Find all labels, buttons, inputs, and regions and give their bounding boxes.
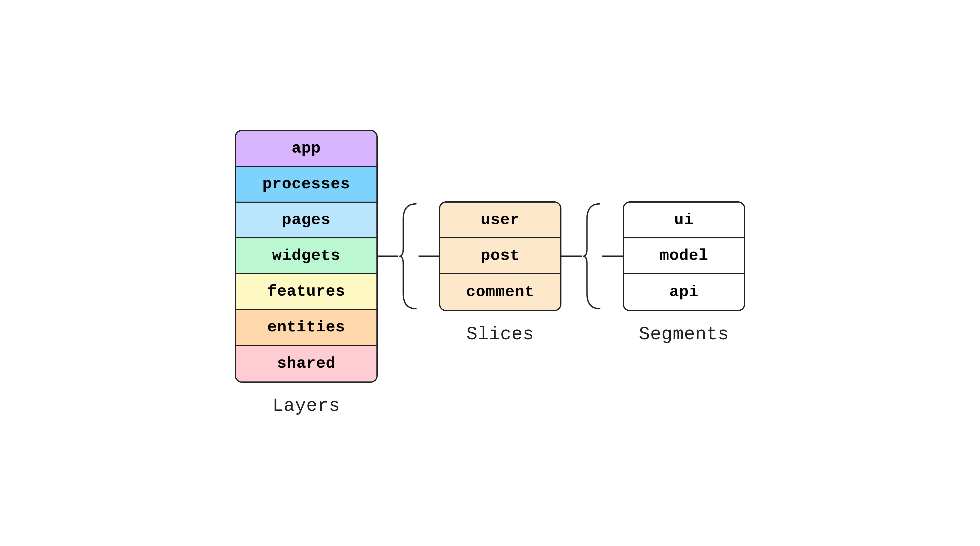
- segment-api: api: [624, 274, 744, 310]
- layer-entities: entities: [236, 310, 376, 346]
- segment-model: model: [624, 238, 744, 274]
- line-right: [418, 255, 439, 257]
- diagram: app processes pages widgets features ent…: [235, 130, 745, 417]
- line-right2: [602, 255, 623, 257]
- slices-column: user post comment Slices: [439, 201, 562, 345]
- layer-widgets: widgets: [236, 238, 376, 274]
- slice-post: post: [440, 238, 560, 274]
- segments-stack: ui model api: [623, 201, 745, 311]
- segments-column: ui model api Segments: [623, 201, 745, 345]
- layers-label: Layers: [272, 396, 340, 417]
- slice-comment: comment: [440, 274, 560, 310]
- line-left2: [562, 255, 582, 257]
- connector-layers-slices: [378, 201, 439, 342]
- layer-pages: pages: [236, 203, 376, 238]
- brace-left-slices: [398, 201, 418, 311]
- layers-column: app processes pages widgets features ent…: [235, 130, 378, 417]
- segments-label: Segments: [639, 324, 729, 345]
- connector-slices-segments: [562, 201, 623, 342]
- layers-stack: app processes pages widgets features ent…: [235, 130, 378, 383]
- slice-user: user: [440, 203, 560, 238]
- brace-left-segments: [582, 201, 602, 311]
- line-left: [378, 255, 398, 257]
- layer-app: app: [236, 131, 376, 167]
- layer-shared: shared: [236, 346, 376, 382]
- layer-processes: processes: [236, 167, 376, 203]
- slices-label: Slices: [466, 324, 534, 345]
- layer-features: features: [236, 274, 376, 310]
- slices-stack: user post comment: [439, 201, 562, 311]
- segment-ui: ui: [624, 203, 744, 238]
